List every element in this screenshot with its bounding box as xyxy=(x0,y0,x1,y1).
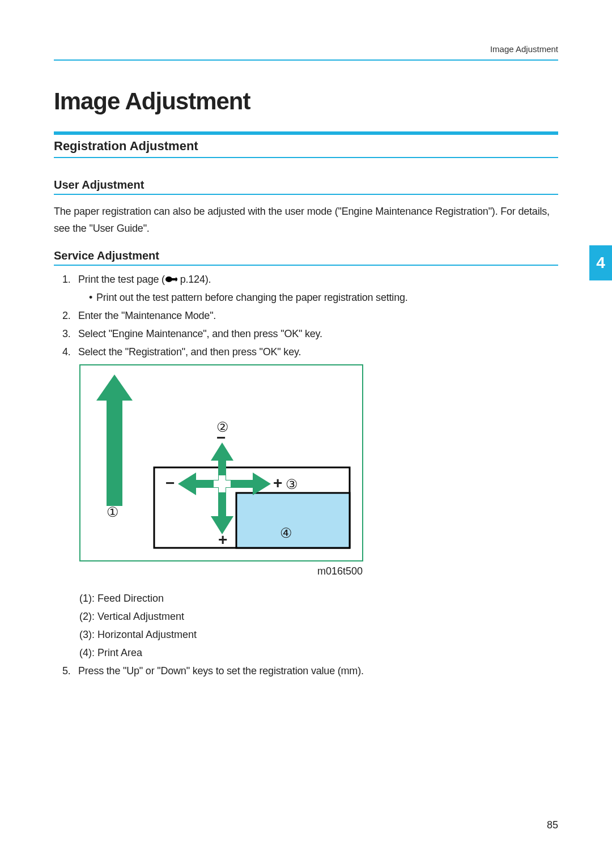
svg-marker-10 xyxy=(178,473,196,495)
legend-2: (2): Vertical Adjustment xyxy=(79,611,184,623)
subsection-user-adjustment: User Adjustment xyxy=(54,178,558,195)
svg-rect-6 xyxy=(107,399,122,506)
step-text-b: p.124). xyxy=(177,274,211,285)
section-bar-bottom xyxy=(54,157,558,158)
step-text: Press the "Up" or "Down" keys to set the… xyxy=(78,665,364,676)
plus-sign-bottom: + xyxy=(218,531,227,549)
step-text: Select "Engine Maintenance", and then pr… xyxy=(78,328,322,339)
svg-marker-12 xyxy=(253,473,271,495)
subsection-underline xyxy=(54,265,558,266)
step-number: 5. xyxy=(62,665,78,677)
hand-pointer-icon xyxy=(165,274,177,282)
step-number: 1. xyxy=(62,274,78,286)
section-registration-adjustment: Registration Adjustment xyxy=(54,131,558,158)
page-number: 85 xyxy=(547,819,558,831)
legend-1: (1): Feed Direction xyxy=(79,593,164,605)
svg-rect-14 xyxy=(214,480,231,487)
diagram-code: m016t500 xyxy=(317,565,363,577)
svg-rect-1 xyxy=(171,278,176,280)
plus-sign-right: + xyxy=(273,474,282,492)
step-number: 2. xyxy=(62,310,78,322)
step-text: Select the "Registration", and then pres… xyxy=(78,346,301,358)
svg-marker-5 xyxy=(96,375,133,401)
subsection-service-adjustment: Service Adjustment xyxy=(54,249,558,266)
diagram-label-3: ③ xyxy=(286,476,298,492)
running-header: Image Adjustment xyxy=(54,44,558,59)
chapter-tab: 4 xyxy=(589,245,612,280)
section-title: Registration Adjustment xyxy=(54,135,558,157)
diagram-label-4: ④ xyxy=(280,525,292,541)
page: Image Adjustment Image Adjustment Regist… xyxy=(0,0,612,868)
page-header: Image Adjustment xyxy=(54,44,558,61)
step-number: 3. xyxy=(62,328,78,340)
subsection-underline xyxy=(54,194,558,195)
bullet-icon: • xyxy=(85,292,96,304)
minus-sign-top: − xyxy=(216,429,226,447)
svg-rect-4 xyxy=(236,493,350,548)
step-1-subbullet: •Print out the test pattern before chang… xyxy=(85,292,558,304)
step-number: 4. xyxy=(62,346,78,358)
step-4: 4.Select the "Registration", and then pr… xyxy=(62,346,558,358)
step-text: Enter the "Maintenance Mode". xyxy=(78,310,216,321)
step-2: 2.Enter the "Maintenance Mode". xyxy=(62,310,558,322)
page-title: Image Adjustment xyxy=(54,88,250,115)
step-text-a: Print the test page ( xyxy=(78,274,165,285)
legend-3: (3): Horizontal Adjustment xyxy=(79,629,197,641)
subsection-title: Service Adjustment xyxy=(54,249,558,265)
step-1: 1.Print the test page ( p.124). xyxy=(62,274,558,286)
arrow-feed-direction xyxy=(96,375,133,506)
user-adjustment-body: The paper registration can also be adjus… xyxy=(54,203,558,237)
diagram-label-1: ① xyxy=(107,504,119,520)
header-rule xyxy=(54,59,558,61)
legend-4: (4): Print Area xyxy=(79,647,142,659)
diagram-frame: ① ② ③ ④ − + − + xyxy=(79,364,363,561)
step-3: 3.Select "Engine Maintenance", and then … xyxy=(62,328,558,340)
subsection-title: User Adjustment xyxy=(54,178,558,194)
step-5: 5.Press the "Up" or "Down" keys to set t… xyxy=(62,665,558,677)
minus-sign-left: − xyxy=(165,474,175,492)
registration-diagram: ① ② ③ ④ − + − + m016t500 xyxy=(79,364,366,578)
sub-bullet-text: Print out the test pattern before changi… xyxy=(96,292,408,303)
